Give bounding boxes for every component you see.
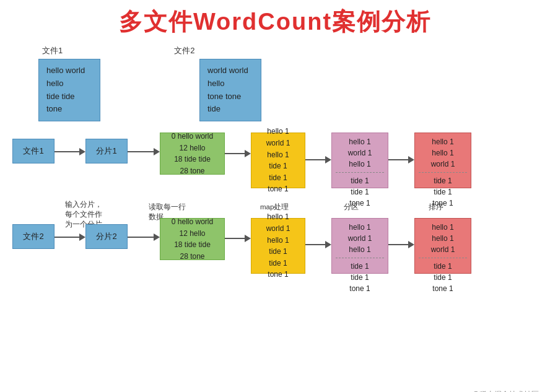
row1-salmon-top: hello 1 hello 1 world 1 bbox=[431, 136, 455, 170]
row2-orange-content: hello 1 world 1 hello 1 tide 1 tide 1 to… bbox=[266, 211, 290, 281]
file1-label: 文件1 bbox=[42, 45, 63, 56]
row2-pink-bot: tide 1 tide 1 tone 1 bbox=[349, 261, 370, 294]
row2-salmon-top: hello 1 hello 1 world 1 bbox=[431, 222, 455, 255]
file2-box: world world hello tone tone tide bbox=[199, 59, 261, 121]
file1-box: hello world hello tide tide tone bbox=[38, 59, 100, 121]
row2-arrow3 bbox=[225, 235, 251, 242]
row1-file-box: 文件1 bbox=[12, 139, 55, 163]
row1-pink-top: hello 1 world 1 hello 1 bbox=[348, 136, 372, 170]
row2-arrow5 bbox=[388, 241, 414, 248]
row1-arrow4 bbox=[305, 156, 331, 163]
row1-split-label: 分片1 bbox=[96, 146, 116, 157]
row2-green-box: 0 hello world 12 hello 18 tide tide 28 t… bbox=[160, 218, 225, 260]
page-title: 多文件WordCount案例分析 bbox=[12, 6, 538, 38]
row2-arrow2 bbox=[128, 233, 160, 241]
row1-arrow5 bbox=[388, 156, 414, 163]
file2-content: world world hello tone tone tide bbox=[207, 66, 248, 113]
row1-file-label: 文件1 bbox=[23, 146, 43, 157]
row2-green-content: 0 hello world 12 hello 18 tide tide 28 t… bbox=[172, 216, 213, 262]
row1-green-content: 0 hello world 12 hello 18 tide tide 28 t… bbox=[172, 131, 213, 176]
row2-file-label: 文件2 bbox=[23, 231, 43, 242]
row1-orange-box: hello 1 world 1 hello 1 tide 1 tide 1 to… bbox=[251, 133, 305, 188]
row2-split-box: 分片2 bbox=[85, 224, 128, 249]
row1-arrow1 bbox=[55, 148, 85, 155]
row2-salmon-box: hello 1 hello 1 world 1 tide 1 tide 1 to… bbox=[414, 218, 471, 274]
row1-split-box: 分片1 bbox=[85, 139, 128, 163]
row2-pink-top: hello 1 world 1 hello 1 bbox=[348, 222, 372, 255]
label-partition: 分区 bbox=[344, 202, 359, 212]
file1-content: hello world hello tide tide tone bbox=[46, 66, 85, 113]
row1-arrow2 bbox=[128, 148, 160, 155]
row2-pink-box: hello 1 world 1 hello 1 tide 1 tide 1 to… bbox=[331, 218, 388, 274]
row2-arrow4 bbox=[305, 241, 331, 248]
diagram-area: 文件1 分片1 0 hello world 12 hello 18 tide t… bbox=[12, 133, 545, 392]
row2-arrow1 bbox=[55, 233, 85, 241]
label-sort: 排序 bbox=[429, 202, 443, 212]
row1-orange-content: hello 1 world 1 hello 1 tide 1 tide 1 to… bbox=[266, 126, 290, 195]
row2-orange-box: hello 1 world 1 hello 1 tide 1 tide 1 to… bbox=[251, 218, 305, 274]
file2-label: 文件2 bbox=[174, 45, 194, 56]
row1-salmon-box: hello 1 hello 1 world 1 tide 1 tide 1 to… bbox=[414, 133, 471, 188]
watermark: @稀土掘金技术社区 bbox=[472, 390, 539, 392]
row1-arrow3 bbox=[225, 150, 251, 157]
row2-salmon-bot: tide 1 tide 1 tone 1 bbox=[432, 261, 453, 294]
row2-split-label: 分片2 bbox=[96, 231, 116, 242]
row1-green-box: 0 hello world 12 hello 18 tide tide 28 t… bbox=[160, 133, 225, 175]
row2-file-box: 文件2 bbox=[12, 224, 55, 249]
row1-pink-box: hello 1 world 1 hello 1 tide 1 tide 1 to… bbox=[331, 133, 388, 188]
page: 多文件WordCount案例分析 文件1 文件2 hello world hel… bbox=[0, 0, 550, 392]
label-map: map处理 bbox=[260, 202, 289, 212]
